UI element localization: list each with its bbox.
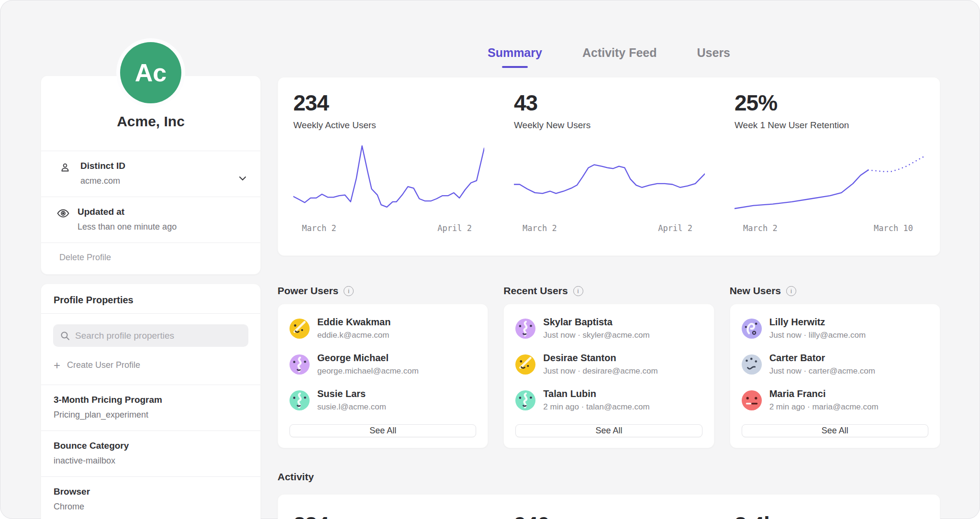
tab-users[interactable]: Users [697, 46, 731, 68]
create-user-profile-button[interactable]: + Create User Profile [54, 360, 248, 370]
power-users-card: Eddie Kwakman eddie.k@acme.com George Mi… [278, 304, 488, 448]
x-axis-ticks: March 2 April 2 [302, 223, 472, 233]
stat-value: 43 [514, 90, 705, 116]
stat-value: 25% [735, 90, 925, 116]
updated-at-label: Updated at [78, 207, 177, 217]
main-content: Summary Activity Feed Users 234 Weekly A… [278, 0, 940, 519]
user-avatar [515, 390, 535, 410]
property-row: 3-Month Pricing Program Pricing_plan_exp… [41, 385, 260, 431]
stat-week1-retention: 25% Week 1 New User Retention March 2 Ma… [719, 77, 940, 255]
stat-weekly-new-users: 43 Weekly New Users March 2 April 2 [499, 77, 719, 255]
stat-value: 3.4k [735, 512, 925, 519]
user-row[interactable]: Carter Bator Just now · carter@acme.com [742, 353, 928, 376]
profile-properties-title: Profile Properties [41, 284, 260, 313]
delete-profile-button[interactable]: Delete Profile [41, 243, 260, 274]
property-value: Pricing_plan_experiment [54, 410, 248, 420]
stat-label: Weekly New Users [514, 120, 705, 131]
section-title: New Users [730, 285, 781, 297]
profile-properties-card: Profile Properties + Create User Profile… [41, 284, 261, 519]
profile-properties-search[interactable] [53, 324, 248, 347]
user-name: Lilly Herwitz [769, 317, 866, 328]
x-axis-ticks: March 2 April 2 [523, 223, 692, 233]
user-avatar [742, 390, 762, 410]
user-row[interactable]: Talan Lubin 2 min ago · talan@acme.com [515, 388, 702, 412]
user-row[interactable]: Maria Franci 2 min ago · maria@acme.com [742, 388, 928, 412]
x-tick: March 2 [523, 223, 557, 233]
week1-retention-chart [735, 142, 925, 218]
identity-card: Acme, Inc Distinct ID acme.com [41, 76, 261, 275]
see-all-button[interactable]: See All [742, 424, 928, 437]
tab-summary[interactable]: Summary [488, 46, 542, 68]
user-email: george.michael@acme.com [317, 366, 419, 376]
summary-stats-card: 234 Weekly Active Users March 2 April 2 … [278, 77, 940, 256]
recent-users-card: Skylar Baptista Just now · skyler@acme.c… [503, 304, 714, 448]
user-sections: Power Users i Eddie Kwakman eddie.k@acme… [278, 284, 940, 448]
info-icon[interactable]: i [786, 286, 796, 296]
stat-value: 234 [293, 512, 484, 519]
user-avatar [742, 319, 762, 339]
power-users-section: Power Users i Eddie Kwakman eddie.k@acme… [278, 284, 488, 448]
property-name: 3-Month Pricing Program [54, 395, 248, 405]
tab-bar: Summary Activity Feed Users [278, 0, 940, 68]
x-tick: March 2 [743, 223, 778, 233]
user-avatar [290, 319, 310, 339]
tab-activity-feed[interactable]: Activity Feed [582, 46, 657, 68]
search-input[interactable] [75, 331, 242, 341]
new-users-section: New Users i Lilly Herwitz Just now · lil… [730, 284, 940, 448]
weekly-active-users-chart [293, 142, 484, 218]
company-avatar: Ac [120, 42, 181, 103]
distinct-id-row[interactable]: Distinct ID acme.com [41, 151, 260, 197]
see-all-button[interactable]: See All [290, 424, 476, 437]
info-icon[interactable]: i [573, 286, 583, 296]
stat-value: 234 [293, 90, 484, 116]
stat-label: Weekly Active Users [293, 120, 484, 131]
user-row[interactable]: Desirae Stanton Just now · desirare@acme… [515, 353, 702, 376]
info-icon[interactable]: i [344, 286, 354, 296]
property-row: Browser Chrome [41, 476, 260, 519]
user-row[interactable]: Susie Lars susie.l@acme.com [290, 388, 476, 412]
user-name: Carter Bator [769, 353, 875, 364]
distinct-id-label: Distinct ID [80, 161, 125, 171]
section-title: Recent Users [503, 285, 568, 297]
weekly-new-users-chart [514, 142, 705, 218]
see-all-button[interactable]: See All [515, 424, 702, 437]
user-avatar [515, 354, 535, 375]
user-name: Eddie Kwakman [317, 317, 390, 328]
user-row[interactable]: Skylar Baptista Just now · skyler@acme.c… [515, 317, 702, 340]
eye-icon [56, 208, 69, 221]
person-icon [59, 162, 72, 175]
active-tab-underline [502, 66, 528, 68]
user-row[interactable]: Eddie Kwakman eddie.k@acme.com [290, 317, 476, 340]
distinct-id-value: acme.com [80, 176, 125, 186]
section-title: Power Users [278, 285, 338, 297]
x-tick: April 2 [437, 223, 472, 233]
stat-weekly-active-users: 234 Weekly Active Users March 2 April 2 [278, 77, 499, 255]
updated-at-value: Less than one minute ago [78, 222, 177, 232]
section-header: Recent Users i [503, 284, 714, 298]
property-name: Bounce Category [54, 441, 248, 451]
app-window: Ac Acme, Inc Distinct ID acme.com [0, 0, 980, 519]
user-name: Maria Franci [769, 388, 879, 399]
user-name: George Michael [317, 353, 419, 364]
property-value: Chrome [54, 502, 248, 512]
section-header: New Users i [730, 284, 940, 298]
user-name: Desirae Stanton [543, 353, 657, 364]
chevron-down-icon[interactable] [237, 173, 248, 186]
user-avatar [290, 390, 310, 410]
property-row: Bounce Category inactive-mailbox [41, 431, 260, 476]
activity-stat: 940 [499, 495, 719, 519]
user-meta: Just now · desirare@acme.com [543, 366, 657, 376]
section-header: Power Users i [278, 284, 488, 298]
user-row[interactable]: George Michael george.michael@acme.com [290, 353, 476, 376]
plus-icon: + [54, 361, 60, 370]
user-name: Susie Lars [317, 388, 386, 399]
search-icon [60, 331, 70, 341]
activity-card: 234 940 3.4k [278, 494, 940, 519]
user-meta: Just now · carter@acme.com [769, 366, 875, 376]
user-name: Skylar Baptista [543, 317, 649, 328]
user-row[interactable]: Lilly Herwitz Just now · lilly@acme.com [742, 317, 928, 340]
property-value: inactive-mailbox [54, 456, 248, 466]
x-tick: March 2 [302, 223, 336, 233]
user-avatar [515, 319, 535, 339]
company-name: Acme, Inc [41, 113, 260, 151]
